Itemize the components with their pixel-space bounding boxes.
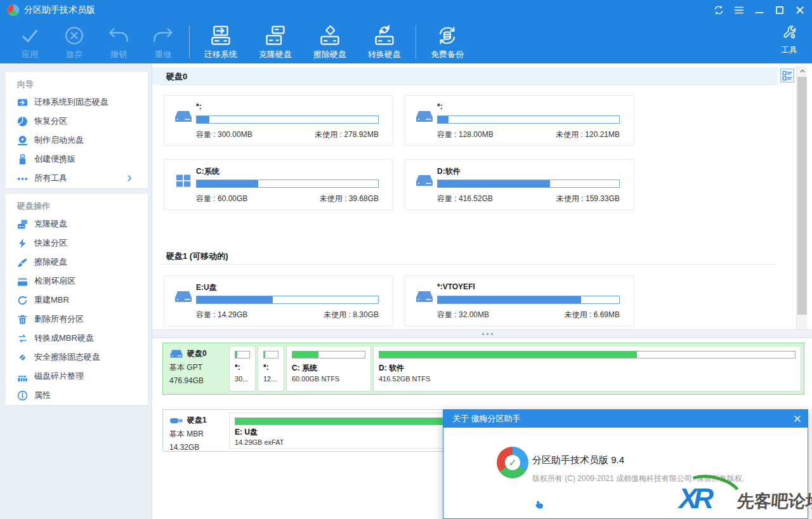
toolbar-discard-button[interactable]: 放弃 — [52, 24, 96, 60]
toolbar-button-label: 免费备份 — [431, 49, 464, 60]
sidebar-item-properties[interactable]: 属性 — [6, 386, 148, 405]
toolbar-apply-button[interactable]: 应用 — [8, 24, 52, 60]
toolbar-clone-button[interactable]: 克隆硬盘 — [248, 24, 303, 60]
sidebar-item-label: 删除所有分区 — [34, 313, 84, 325]
sidebar-item-quick-partition[interactable]: 快速分区 — [6, 233, 148, 253]
tools-button[interactable]: 工具 — [771, 24, 807, 56]
disk-section-title: 硬盘1 (可移动的) — [166, 251, 228, 261]
maximize-icon[interactable] — [774, 4, 785, 16]
disk-size: 14.32GB — [169, 443, 230, 452]
partition-card[interactable]: C:系统 容量 : 60.00GB 未使用 : 39.68GB — [164, 159, 393, 210]
partition-block[interactable]: *: 12... — [258, 346, 284, 391]
sidebar-item-wipe-disk[interactable]: 擦除硬盘 — [6, 253, 148, 272]
sidebar-item-defrag[interactable]: 磁盘碎片整理 — [6, 367, 148, 386]
partition-strip: *: 30... *: 12... C: 系统 60.00GB NTFS D: … — [229, 346, 801, 391]
window-controls — [713, 0, 806, 20]
about-dialog-titlebar[interactable]: 关于 傲梅分区助手 — [443, 410, 808, 428]
usage-bar-fill — [197, 296, 273, 303]
drive-icon — [416, 110, 433, 124]
minimize-icon[interactable] — [754, 4, 765, 16]
copyright-text: 版权所有 (C) 2009-2021 成都傲梅科技有限公司. 保留所有版权. — [532, 473, 799, 484]
partition-stats: 容量 : 300.00MB 未使用 : 278.92MB — [196, 129, 379, 140]
usage-bar — [196, 296, 379, 304]
view-mode-icon[interactable] — [780, 69, 794, 82]
partition-size: 416.52GB NTFS — [379, 375, 430, 383]
secure-erase-icon — [17, 352, 28, 363]
toolbar-backup-button[interactable]: 免费备份 — [420, 24, 475, 60]
menu-icon[interactable] — [733, 4, 745, 16]
redo-icon — [152, 24, 174, 47]
toolbar-convert-button[interactable]: 转换硬盘 — [357, 24, 412, 60]
disk-section-title: 硬盘0 — [166, 72, 187, 81]
disk-name: 硬盘1 — [187, 415, 207, 426]
sidebar-item-label: 快速分区 — [34, 237, 67, 249]
partition-label: C: 系统 — [292, 363, 317, 374]
usage-bar-fill — [438, 296, 581, 303]
partition-card[interactable]: E:U盘 容量 : 14.29GB 未使用 : 8.30GB — [164, 275, 393, 326]
title-bar: 分区助手技术员版 — [0, 0, 812, 20]
usage-bar — [196, 180, 379, 188]
partition-name: *: — [437, 102, 443, 111]
wipe-disk-icon — [17, 257, 28, 268]
sidebar-item-all-tools[interactable]: 所有工具 — [6, 169, 148, 188]
unused-text: 未使用 : 278.92MB — [315, 129, 379, 140]
capacity-text: 容量 : 128.00MB — [437, 129, 494, 140]
sidebar-item-clone-disk[interactable]: 克隆硬盘 — [6, 214, 148, 233]
sidebar-item-boot-cd[interactable]: 制作启动光盘 — [6, 131, 148, 150]
disk-section-header: 硬盘1 (可移动的) — [152, 247, 778, 264]
sidebar-item-migrate-ssd[interactable]: 迁移系统到固态硬盘 — [6, 93, 148, 112]
sidebar-item-label: 磁盘碎片整理 — [34, 371, 84, 382]
close-icon[interactable] — [794, 4, 806, 16]
vertical-scrollbar[interactable] — [796, 66, 807, 338]
capacity-text: 容量 : 32.00MB — [437, 310, 489, 320]
section-divider — [160, 84, 775, 85]
sidebar-item-recover-partition[interactable]: 恢复分区 — [6, 112, 148, 131]
wrench-icon — [781, 24, 797, 41]
scroll-up-icon[interactable] — [797, 66, 808, 76]
tools-label: 工具 — [781, 44, 797, 56]
disk-row[interactable]: 硬盘0 基本 GPT 476.94GB *: 30... *: 12... — [162, 343, 804, 395]
toolbar-button-label: 撤销 — [110, 49, 127, 60]
sidebar-item-delete-partitions[interactable]: 删除所有分区 — [6, 310, 148, 329]
close-icon[interactable] — [792, 414, 802, 424]
partition-block[interactable]: *: 30... — [229, 346, 256, 391]
bad-sector-icon — [17, 276, 28, 287]
partition-card[interactable]: *: 容量 : 128.00MB 未使用 : 120.21MB — [405, 95, 634, 146]
partition-label: D: 软件 — [379, 363, 404, 374]
toolbar-button-label: 重做 — [155, 49, 171, 60]
partition-card[interactable]: D:软件 容量 : 416.52GB 未使用 : 159.33GB — [405, 159, 634, 210]
delete-partitions-icon — [17, 314, 28, 325]
disk-section-header: 硬盘0 — [152, 67, 778, 84]
disk-info: 硬盘1 基本 MBR 14.32GB — [169, 415, 230, 452]
toolbar-separator — [416, 25, 416, 58]
partition-block[interactable]: D: 软件 416.52GB NTFS — [373, 346, 801, 391]
sidebar-section: 硬盘操作 克隆硬盘 快速分区 擦除硬盘 检测坏扇区 重建MBR 删除 — [5, 194, 148, 405]
refresh-icon[interactable] — [713, 4, 724, 16]
toolbar-button-label: 克隆硬盘 — [259, 49, 292, 60]
disk-type: 基本 GPT — [169, 362, 230, 373]
sidebar-item-portable[interactable]: 创建便携版 — [6, 150, 148, 169]
unused-text: 未使用 : 39.68GB — [320, 194, 379, 204]
usage-bar-fill — [197, 180, 258, 187]
partition-name: D:软件 — [437, 166, 461, 177]
partition-card[interactable]: *:VTOYEFI 容量 : 32.00MB 未使用 : 6.69MB — [405, 275, 634, 326]
sidebar-item-convert-mbr[interactable]: 转换成MBR硬盘 — [6, 329, 148, 348]
usage-bar-fill — [197, 116, 209, 123]
disk-info: 硬盘0 基本 GPT 476.94GB — [169, 348, 230, 385]
sidebar-item-secure-erase[interactable]: 安全擦除固态硬盘 — [6, 348, 148, 367]
partition-block[interactable]: C: 系统 60.00GB NTFS — [286, 346, 371, 391]
sidebar-item-label: 检测坏扇区 — [34, 275, 75, 287]
properties-icon — [17, 390, 28, 401]
sidebar-item-bad-sector[interactable]: 检测坏扇区 — [6, 272, 148, 291]
toolbar-redo-button[interactable]: 重做 — [141, 24, 185, 60]
toolbar-button-label: 应用 — [22, 49, 38, 60]
toolbar-wipe-button[interactable]: 擦除硬盘 — [303, 24, 357, 60]
toolbar-migrate-button[interactable]: 迁移系统 — [193, 24, 248, 60]
panel-splitter[interactable] — [152, 329, 812, 338]
partition-stats: 容量 : 14.29GB 未使用 : 8.30GB — [196, 310, 379, 320]
toolbar-undo-button[interactable]: 撤销 — [96, 24, 141, 60]
sidebar-item-label: 属性 — [34, 390, 51, 401]
sidebar-item-rebuild-mbr[interactable]: 重建MBR — [6, 291, 148, 310]
partition-card[interactable]: *: 容量 : 300.00MB 未使用 : 278.92MB — [164, 95, 393, 146]
scrollbar-thumb[interactable] — [797, 77, 807, 315]
